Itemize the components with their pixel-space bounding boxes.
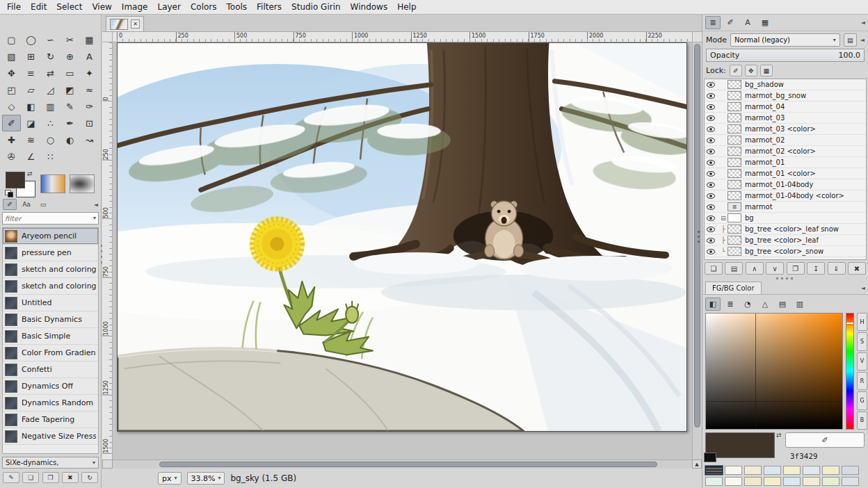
layer-thumbnail[interactable] — [728, 247, 741, 256]
tool-button[interactable]: ≈ — [80, 81, 99, 98]
tool-button[interactable]: ◰ — [2, 81, 21, 98]
palette-swatch[interactable] — [842, 477, 859, 486]
visibility-toggle-icon[interactable] — [707, 238, 715, 243]
layer-thumbnail[interactable] — [728, 213, 741, 222]
vertical-scrollbar-thumb[interactable] — [694, 44, 700, 428]
channel-button[interactable]: V — [857, 352, 867, 371]
visibility-toggle-icon[interactable] — [707, 115, 715, 121]
tool-button[interactable]: ≋ — [22, 131, 40, 148]
visibility-toggle-icon[interactable] — [707, 138, 715, 143]
tool-button[interactable]: ✐ — [2, 115, 21, 131]
visibility-toggle-icon[interactable] — [707, 93, 715, 99]
color-selector-tab[interactable]: △ — [757, 298, 773, 311]
dynamics-list-item[interactable]: Basic Dynamics — [3, 311, 98, 328]
layer-thumbnail[interactable] — [728, 147, 741, 156]
tool-button[interactable]: ◪ — [22, 115, 40, 131]
visibility-toggle-icon[interactable] — [707, 249, 715, 254]
palette-swatch[interactable] — [725, 466, 742, 475]
layer-row[interactable]: marmot_01-04body <color> — [705, 190, 866, 202]
tool-button[interactable]: ∽ — [41, 31, 60, 48]
menu-item[interactable]: View — [87, 0, 116, 14]
tool-button[interactable]: ✂ — [61, 31, 79, 48]
layer-action-button[interactable]: ❏ — [705, 262, 723, 275]
tool-button[interactable]: ⊕ — [61, 48, 79, 65]
horizontal-ruler[interactable]: 02505007501000125015001750200022502500 — [113, 32, 702, 42]
color-selector-tab[interactable]: ▥ — [792, 298, 807, 311]
palette-swatch[interactable] — [764, 477, 781, 486]
layer-action-button[interactable]: ▤ — [725, 262, 743, 275]
dock-tab[interactable]: ✐ — [723, 16, 738, 29]
layer-tree-prefix[interactable]: ├ — [719, 226, 728, 233]
secondary-color-swatch[interactable] — [704, 453, 716, 462]
zoom-select[interactable]: 33.8% ▾ — [187, 472, 225, 485]
tool-button[interactable]: A — [80, 48, 99, 65]
tool-button[interactable]: ◧ — [22, 98, 40, 115]
tool-button[interactable]: ◩ — [61, 81, 79, 98]
layer-row[interactable]: marmot_bg_snow — [705, 90, 866, 101]
collapse-left-icon[interactable]: ◄ — [861, 285, 865, 291]
horizontal-scrollbar-thumb[interactable] — [159, 462, 657, 467]
visibility-toggle-icon[interactable] — [707, 193, 715, 199]
visibility-toggle-icon[interactable] — [707, 104, 715, 110]
layer-mode-select[interactable]: Normal (legacy) ▾ — [730, 33, 840, 47]
tool-button[interactable]: ▭ — [61, 65, 79, 81]
menu-item[interactable]: Select — [51, 0, 87, 14]
layer-row[interactable]: bg_shadow — [705, 79, 866, 90]
foreground-color-swatch[interactable] — [6, 172, 25, 188]
brush-preview[interactable] — [70, 174, 95, 193]
layer-thumbnail[interactable] — [728, 180, 741, 189]
fgbg-color-tab[interactable]: FG/BG Color — [705, 282, 762, 294]
collapse-left-icon[interactable]: ◄ — [94, 202, 98, 208]
hue-strip[interactable] — [846, 313, 854, 430]
palette-swatch[interactable] — [783, 477, 801, 486]
layer-row[interactable]: └ bg_tree <color>_snow — [705, 246, 866, 257]
tool-button[interactable]: ▥ — [41, 98, 60, 115]
layer-tree-prefix[interactable]: ├ — [719, 237, 728, 244]
image-tab[interactable]: ✕ — [106, 16, 144, 31]
tool-button[interactable]: ≡ — [22, 65, 40, 81]
fg-bg-color-widget[interactable]: ⇄ — [6, 172, 38, 200]
menu-item[interactable]: Help — [392, 0, 421, 14]
swap-colors-icon[interactable]: ⇄ — [27, 170, 33, 177]
pick-color-button[interactable]: ✐ — [785, 432, 865, 448]
palette-swatch[interactable] — [705, 466, 723, 475]
gradient-preview[interactable] — [40, 174, 65, 193]
layer-thumbnail[interactable] — [728, 124, 741, 133]
layer-thumbnail[interactable] — [728, 236, 741, 245]
mode-options-button[interactable]: ▤ — [844, 33, 857, 47]
dynamics-action-button[interactable]: ✎ — [3, 472, 19, 483]
dock-resize-handle[interactable] — [776, 277, 794, 279]
layer-action-button[interactable]: ↧ — [807, 262, 825, 275]
navigation-preview-button[interactable]: ▲ — [692, 459, 702, 469]
horizontal-scrollbar[interactable] — [113, 459, 692, 469]
layer-row[interactable]: ⊟ bg — [705, 213, 866, 224]
menu-item[interactable]: Layer — [152, 0, 185, 14]
layer-action-button[interactable]: ∧ — [746, 262, 764, 275]
dynamics-tag-combo[interactable]: SiXe-dynamics, ▾ — [2, 457, 99, 469]
unit-select[interactable]: px ▾ — [158, 472, 182, 485]
layer-row[interactable]: marmot_03 — [705, 113, 866, 124]
canvas-viewport[interactable] — [113, 42, 692, 459]
layer-thumbnail[interactable] — [728, 202, 741, 211]
dynamics-list-item[interactable]: Negative Size Pressure — [3, 428, 98, 445]
menu-item[interactable]: Tools — [222, 0, 252, 14]
layer-row[interactable]: marmot_01-04body — [705, 179, 866, 190]
color-selector-tab[interactable]: ▤ — [775, 298, 790, 311]
quick-mask-toggle[interactable] — [102, 459, 113, 469]
color-selector-tab[interactable]: ◔ — [740, 298, 755, 311]
layer-thumbnail[interactable] — [728, 80, 741, 89]
dynamics-action-button[interactable]: ❏ — [22, 472, 39, 483]
tool-button[interactable]: ▧ — [2, 48, 21, 65]
swap-colors-icon[interactable]: ⇄ — [776, 432, 782, 439]
filter-input[interactable] — [5, 215, 93, 222]
visibility-toggle-icon[interactable] — [707, 171, 715, 177]
menu-item[interactable]: Edit — [26, 0, 51, 14]
dock-tab[interactable]: ≣ — [705, 16, 721, 29]
palette-swatch[interactable] — [744, 477, 762, 486]
layer-row[interactable]: ├ bg_tree <color>_leaf snow — [705, 224, 866, 235]
lock-button[interactable]: ✥ — [745, 65, 757, 76]
dynamics-list-item[interactable]: pressure pen — [3, 245, 98, 261]
tool-button[interactable]: ↝ — [80, 131, 99, 148]
tool-button[interactable]: ◇ — [2, 98, 21, 115]
collapse-left-icon[interactable]: ◄ — [861, 19, 865, 26]
